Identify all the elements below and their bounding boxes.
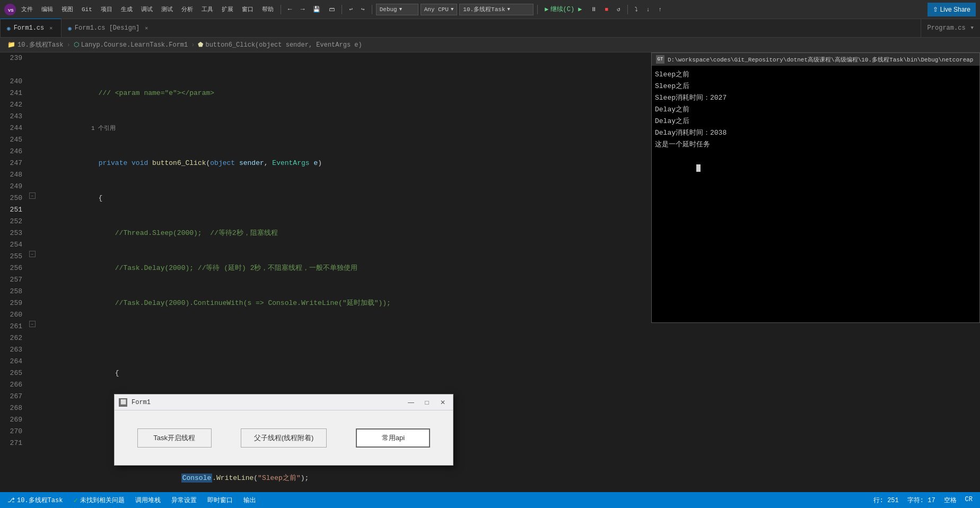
undo-btn[interactable]: ↩ — [346, 4, 356, 15]
fold-261[interactable]: − — [29, 321, 36, 327]
tab-form1cs[interactable]: ◉ Form1.cs ✕ — [0, 19, 62, 37]
minimize-btn[interactable]: — — [405, 397, 417, 408]
stop-btn[interactable]: ■ — [602, 4, 612, 15]
status-immediate-label: 即时窗口 — [207, 496, 233, 505]
ln-255: 255 — [0, 251, 22, 262]
ln-264: 264 — [0, 356, 22, 367]
ln-266: 266 — [0, 379, 22, 391]
menu-window[interactable]: 窗口 — [239, 4, 257, 15]
cpu-label: Any CPU — [424, 6, 449, 13]
ln-251: 251 — [0, 204, 22, 216]
method-icon: ⬟ — [198, 41, 203, 49]
live-share-label: Live Share — [940, 6, 970, 13]
fwd-btn[interactable]: → — [298, 4, 308, 15]
task-label: 10.多线程Task — [463, 5, 505, 13]
breadcrumb-project-label: 10.多线程Task — [18, 40, 63, 49]
status-exceptions[interactable]: 异常设置 — [169, 492, 199, 508]
code-text-246: { — [49, 367, 119, 379]
redo-btn[interactable]: ↪ — [358, 4, 368, 15]
ln-260: 260 — [0, 309, 22, 321]
status-right: 行: 251 字符: 17 空格 CR — [871, 496, 975, 505]
status-output[interactable]: 输出 — [241, 492, 258, 508]
line-numbers: 239 240 241 242 243 244 245 246 247 248 … — [0, 52, 28, 492]
console-icon: GT — [656, 55, 664, 64]
tab-form1design[interactable]: ◉ Form1.cs [Design] ✕ — [62, 19, 156, 37]
ln-262: 262 — [0, 332, 22, 344]
fold-256[interactable]: − — [29, 251, 36, 257]
toolbar-right: ⇧ Live Share — [928, 3, 976, 16]
toolbar: VS 文件 编辑 视图 Git 项目 生成 调试 测试 分析 工具 扩展 窗口 … — [0, 0, 980, 19]
status-output-label: 输出 — [243, 496, 256, 505]
tab-dot: ◉ — [7, 25, 11, 32]
task-start-button[interactable]: Task开启线程 — [137, 428, 212, 448]
console-line-3: Sleep消耗时间：2027 — [655, 92, 976, 104]
close-btn[interactable]: ✕ — [437, 397, 449, 408]
ln-261: 261 — [0, 321, 22, 332]
status-callstack-label: 调用堆栈 — [135, 496, 161, 505]
menu-file[interactable]: 文件 — [18, 4, 36, 15]
status-branch[interactable]: ⎇ 10.多线程Task — [5, 492, 65, 508]
back-btn[interactable]: ← — [285, 4, 295, 15]
status-immediate[interactable]: 即时窗口 — [205, 492, 235, 508]
menu-help[interactable]: 帮助 — [259, 4, 277, 15]
tab-form1design-close[interactable]: ✕ — [143, 24, 150, 32]
tab-form1cs-close[interactable]: ✕ — [47, 24, 55, 32]
common-api-button[interactable]: 常用api — [356, 428, 430, 448]
menu-view[interactable]: 视图 — [58, 4, 76, 15]
menu-test[interactable]: 测试 — [158, 4, 176, 15]
console-title-text: D:\workspace\codes\Git_Repository\dotnet… — [668, 56, 975, 64]
menu-debug[interactable]: 调试 — [138, 4, 156, 15]
menu-project[interactable]: 项目 — [98, 4, 116, 15]
status-no-issues[interactable]: ✓ 未找到相关问题 — [71, 492, 126, 508]
menu-tools[interactable]: 工具 — [198, 4, 216, 15]
ln-239: 239 — [0, 52, 22, 64]
breadcrumb-sep-2: › — [190, 41, 196, 49]
child-thread-button[interactable]: 父子线程(线程附着) — [241, 428, 327, 448]
step-over-btn[interactable]: ⤵ — [632, 4, 641, 15]
live-share-button[interactable]: ⇧ Live Share — [928, 3, 976, 16]
step-into-btn[interactable]: ↓ — [643, 4, 653, 15]
ln-269: 269 — [0, 414, 22, 426]
code-text-241: { — [49, 192, 102, 204]
restart-btn[interactable]: ↺ — [614, 4, 624, 15]
step-out-btn[interactable]: ↑ — [655, 4, 665, 15]
menu-build[interactable]: 生成 — [118, 4, 136, 15]
ln-257: 257 — [0, 274, 22, 286]
code-gutter: − − − — [28, 52, 38, 492]
status-space-label: 空格 — [944, 496, 957, 505]
cpu-combo[interactable]: Any CPU ▼ — [421, 4, 458, 15]
form-body: Task开启线程 父子线程(线程附着) 常用api — [115, 410, 453, 465]
code-text-243: //Task.Delay(2000); //等待 (延时) 2秒，不阻塞线程，一… — [49, 262, 357, 274]
task-combo[interactable]: 10.多线程Task ▼ — [459, 4, 533, 15]
breadcrumb-class[interactable]: ⬡ Lanyp.Course.LearnTask.Form1 — [72, 41, 190, 49]
ln-265: 265 — [0, 367, 22, 379]
code-line-246: { — [49, 367, 980, 379]
continue-btn[interactable]: ▶ 继续(C) ▶ — [541, 4, 585, 15]
fold-246[interactable]: − — [29, 192, 36, 199]
breadcrumb-class-label: Lanyp.Course.LearnTask.Form1 — [81, 41, 188, 49]
ln-268: 268 — [0, 402, 22, 414]
menu-git[interactable]: Git — [78, 4, 95, 15]
pause-btn[interactable]: ⏸ — [588, 4, 600, 15]
save-btn[interactable]: 💾 — [310, 4, 323, 15]
status-callstack[interactable]: 调用堆栈 — [133, 492, 163, 508]
cursor — [696, 164, 701, 172]
save-all-btn[interactable]: 🗃 — [326, 4, 338, 15]
ln-244: 244 — [0, 122, 22, 134]
menu-analyze[interactable]: 分析 — [178, 4, 196, 15]
menu-edit[interactable]: 编辑 — [38, 4, 56, 15]
menu-extensions[interactable]: 扩展 — [218, 4, 237, 15]
ln-258: 258 — [0, 286, 22, 297]
ln-245: 245 — [0, 134, 22, 146]
chevron-down-small: ▼ — [971, 25, 974, 31]
debug-mode-combo[interactable]: Debug ▼ — [376, 4, 418, 15]
breadcrumb-method[interactable]: ⬟ button6_Click(object sender, EventArgs… — [196, 41, 364, 49]
toolbar-sep-3 — [372, 5, 372, 14]
status-line-label: 行: 251 — [873, 496, 899, 505]
maximize-btn[interactable]: □ — [421, 397, 433, 408]
tab-program-cs[interactable]: Program.cs ▼ — [921, 19, 980, 37]
console-line-2: Sleep之后 — [655, 81, 976, 92]
ln-252: 252 — [0, 216, 22, 227]
ln-243: 243 — [0, 111, 22, 122]
breadcrumb-project[interactable]: 📁 10.多线程Task — [5, 40, 65, 49]
